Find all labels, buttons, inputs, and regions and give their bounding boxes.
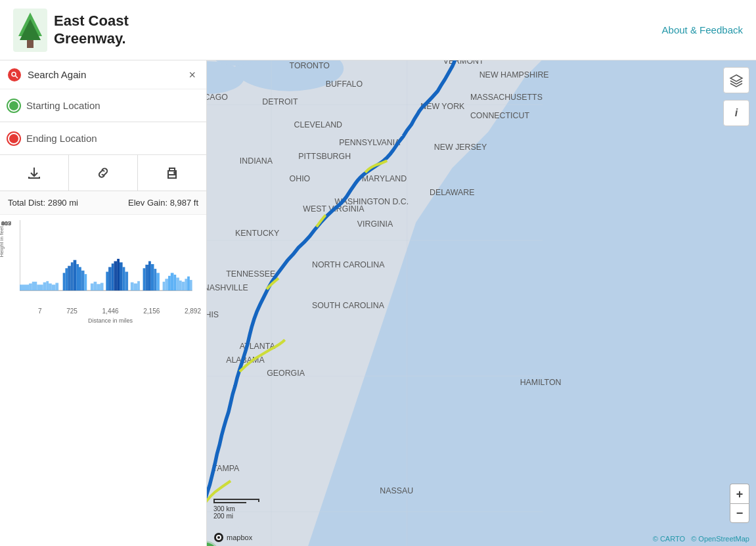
svg-text:MICHIGAN: MICHIGAN xyxy=(240,60,280,61)
location-section: Starting Location Ending Location xyxy=(0,89,206,155)
zoom-controls: + − xyxy=(730,484,749,523)
svg-rect-126 xyxy=(171,273,174,290)
svg-text:NASSAU: NASSAU xyxy=(380,486,413,495)
svg-line-79 xyxy=(16,76,18,78)
logo-text: East Coast Greenway. xyxy=(54,12,129,47)
svg-rect-98 xyxy=(76,264,79,290)
svg-rect-128 xyxy=(176,278,179,291)
svg-text:PENNSYLVANIA: PENNSYLVANIA xyxy=(339,138,401,147)
svg-text:MARYLAND: MARYLAND xyxy=(362,174,407,183)
svg-rect-95 xyxy=(68,266,71,291)
svg-rect-91 xyxy=(52,284,56,290)
svg-rect-110 xyxy=(117,259,120,290)
svg-rect-132 xyxy=(187,277,190,290)
svg-rect-109 xyxy=(114,262,118,291)
svg-rect-103 xyxy=(94,282,97,290)
svg-text:DELAWARE: DELAWARE xyxy=(430,188,475,197)
svg-text:NORTH CAROLINA: NORTH CAROLINA xyxy=(312,260,385,269)
x-label-1: 725 xyxy=(66,307,78,315)
svg-rect-133 xyxy=(190,280,192,290)
svg-text:INDIANA: INDIANA xyxy=(240,156,273,166)
svg-text:NEW JERSEY: NEW JERSEY xyxy=(434,143,487,152)
close-button[interactable]: × xyxy=(186,68,198,82)
svg-text:VERMONT: VERMONT xyxy=(443,60,484,66)
svg-text:TORONTO: TORONTO xyxy=(290,61,330,70)
starting-location-row[interactable]: Starting Location xyxy=(0,89,206,122)
sidebar-panel: Search Again × Starting Location Ending … xyxy=(0,60,207,546)
about-feedback-link[interactable]: About & Feedback xyxy=(662,24,743,35)
end-location-dot xyxy=(8,133,20,145)
start-location-dot xyxy=(8,100,20,112)
starting-location-label: Starting Location xyxy=(26,100,100,111)
actions-row xyxy=(0,155,206,191)
svg-rect-106 xyxy=(106,272,108,291)
logo-area: East Coast Greenway. xyxy=(13,9,129,52)
svg-rect-101 xyxy=(84,274,87,290)
svg-rect-129 xyxy=(179,281,182,290)
svg-text:GEORGIA: GEORGIA xyxy=(267,369,305,378)
info-button[interactable]: i xyxy=(723,100,749,126)
svg-text:VIRGINIA: VIRGINIA xyxy=(357,219,393,229)
svg-rect-94 xyxy=(65,268,68,290)
x-label-0: 7 xyxy=(38,307,42,315)
svg-rect-116 xyxy=(137,281,140,290)
svg-rect-123 xyxy=(163,282,166,290)
svg-rect-84 xyxy=(20,284,29,290)
search-location-icon xyxy=(8,68,21,81)
svg-text:CLEVELAND: CLEVELAND xyxy=(294,120,342,129)
svg-rect-96 xyxy=(71,262,74,290)
svg-rect-119 xyxy=(148,262,151,291)
svg-text:SOUTH CAROLINA: SOUTH CAROLINA xyxy=(312,301,385,310)
search-again-bar[interactable]: Search Again × xyxy=(0,60,206,89)
svg-text:TAMPA: TAMPA xyxy=(213,464,240,473)
svg-rect-113 xyxy=(125,272,128,291)
scale-bar: 300 km 200 mi xyxy=(213,499,259,520)
zoom-out-button[interactable]: − xyxy=(730,503,749,523)
svg-rect-112 xyxy=(123,267,125,290)
svg-rect-121 xyxy=(154,269,156,290)
svg-rect-92 xyxy=(55,283,58,291)
svg-rect-131 xyxy=(185,279,187,290)
svg-text:MASSACHUSETTS: MASSACHUSETTS xyxy=(470,93,543,102)
print-button[interactable] xyxy=(138,155,206,191)
svg-rect-87 xyxy=(37,284,43,290)
svg-text:CONNECTICUT: CONNECTICUT xyxy=(470,111,529,120)
svg-rect-85 xyxy=(29,283,32,290)
svg-rect-97 xyxy=(74,260,77,290)
svg-rect-130 xyxy=(182,282,185,290)
svg-point-78 xyxy=(12,72,16,76)
y-axis-title: Height in feet xyxy=(0,226,5,257)
svg-rect-89 xyxy=(46,281,49,290)
svg-rect-104 xyxy=(97,284,100,290)
total-distance: Total Dist: 2890 mi xyxy=(8,198,128,208)
svg-text:DETROIT: DETROIT xyxy=(262,97,298,106)
mapbox-logo: mapbox xyxy=(213,532,252,543)
carto-link[interactable]: © CARTO xyxy=(653,535,685,543)
download-button[interactable] xyxy=(0,155,69,191)
x-label-2: 1,446 xyxy=(102,307,119,315)
zoom-in-button[interactable]: + xyxy=(730,484,749,503)
ending-location-row[interactable]: Ending Location xyxy=(0,122,206,155)
layers-button[interactable] xyxy=(723,67,749,93)
info-icon: i xyxy=(735,107,738,119)
osm-link[interactable]: © OpenStreetMap xyxy=(691,535,749,543)
svg-text:NASHVILLE: NASHVILLE xyxy=(204,283,248,292)
svg-rect-107 xyxy=(108,267,112,290)
chart-svg xyxy=(20,220,198,302)
scale-mi: 200 mi xyxy=(213,512,233,520)
svg-rect-80 xyxy=(168,175,176,178)
svg-text:PITTSBURGH: PITTSBURGH xyxy=(298,152,351,161)
svg-rect-3 xyxy=(27,40,33,48)
svg-text:TENNESSEE: TENNESSEE xyxy=(226,269,275,279)
svg-rect-90 xyxy=(49,283,52,290)
scale-km: 300 km xyxy=(213,505,235,512)
svg-rect-99 xyxy=(79,267,81,290)
svg-text:NEW HAMPSHIRE: NEW HAMPSHIRE xyxy=(479,70,549,80)
svg-rect-111 xyxy=(120,262,123,290)
search-again-label: Search Again xyxy=(28,69,86,80)
elevation-gain: Elev Gain: 8,987 ft xyxy=(128,198,198,208)
link-button[interactable] xyxy=(69,155,138,191)
svg-rect-105 xyxy=(100,283,104,291)
attribution: © CARTO © OpenStreetMap xyxy=(653,535,749,543)
svg-rect-125 xyxy=(168,276,171,290)
